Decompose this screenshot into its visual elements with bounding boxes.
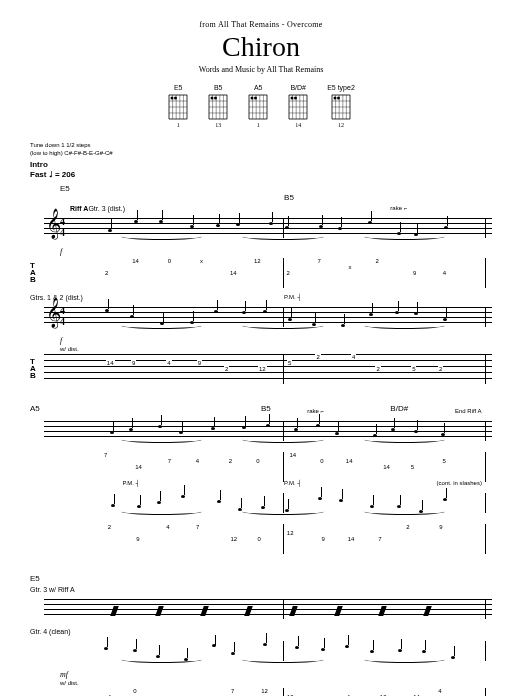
chord-diagram: B/D#14	[287, 84, 309, 128]
tempo-block: Intro Fast ♩ = 206	[30, 160, 492, 181]
svg-point-68	[333, 97, 336, 100]
credits-line: Words and Music by All That Remains	[30, 65, 492, 74]
svg-point-13	[174, 97, 177, 100]
technique-annotation: P.M. ┤	[122, 480, 139, 486]
svg-point-27	[214, 97, 217, 100]
part-label: Gtr. 4 (clean)	[30, 628, 492, 635]
part-label: Gtr. 3 (dist.)Riff A	[30, 205, 492, 212]
music-system: B5Gtr. 3 (dist.)Riff A𝄞44rake ⌐fTAB2140x…	[30, 193, 492, 386]
svg-point-55	[294, 97, 297, 100]
chord-labels-row: B5	[30, 193, 492, 203]
chord-fret: 1	[257, 122, 260, 128]
chord-grid	[207, 93, 229, 121]
technique-annotation: End Riff A	[455, 408, 482, 414]
notation-staff: P.M. ┤P.M. ┤(cont. in slashes)	[30, 488, 492, 518]
source-line: from All That Remains - Overcome	[30, 20, 492, 29]
music-system: A5B5B/D#rake ⌐End Riff A7147420140141455…	[30, 404, 492, 556]
chord-diagram: B513	[207, 84, 229, 128]
tempo-marking: Fast ♩ = 206	[30, 170, 75, 179]
part-label: Gtr. 3 w/ Riff A	[30, 586, 492, 593]
chord-diagram-row: E51B513A51B/D#14E5 type212	[30, 84, 492, 128]
dynamic-marking: f	[60, 247, 492, 256]
svg-point-40	[251, 97, 254, 100]
tablature-staff: 294712012914729	[30, 522, 492, 556]
chord-label: E5	[60, 184, 492, 193]
chord-diagram: E51	[167, 84, 189, 128]
chord-label: E5	[30, 574, 40, 583]
chord-grid	[287, 93, 309, 121]
notation-staff: rake ⌐End Riff A	[30, 416, 492, 446]
tuning-note: Tune down 1 1/2 steps (low to high) C#-F…	[30, 142, 492, 158]
tuning-line: (low to high) C#-F#-B-E-G#-C#	[30, 150, 492, 158]
part-label: Gtrs. 1 & 2 (dist.)	[30, 294, 492, 301]
chord-labels-row: A5B5B/D#	[30, 404, 492, 414]
chord-grid	[330, 93, 352, 121]
chord-fret: 13	[215, 122, 221, 128]
chord-diagram: E5 type212	[327, 84, 355, 128]
treble-clef-icon: 𝄞	[46, 300, 61, 326]
technique-annotation: P.M. ┤	[284, 480, 301, 486]
music-system: E5Gtr. 3 w/ Riff AGtr. 4 (clean)mfw/ dis…	[30, 574, 492, 696]
chord-label: B/D#	[390, 404, 408, 413]
svg-point-54	[291, 97, 294, 100]
chord-grid	[167, 93, 189, 121]
tablature-staff: 404271212x412144	[30, 686, 492, 696]
svg-point-12	[171, 97, 174, 100]
svg-point-69	[337, 97, 340, 100]
chord-fret: 1	[177, 122, 180, 128]
chord-name: B5	[214, 84, 223, 91]
section-label: Intro	[30, 160, 492, 170]
tuning-line: Tune down 1 1/2 steps	[30, 142, 492, 150]
notation-staff	[30, 594, 492, 624]
technique-annotation: P.M. ┤	[284, 294, 301, 300]
notation-staff: 𝄞44P.M. ┤	[30, 302, 492, 332]
chord-label: B5	[284, 193, 294, 202]
tablature-staff: TAB2140x141227x294	[30, 256, 492, 290]
technique-annotation: (cont. in slashes)	[437, 480, 482, 486]
chord-fret: 12	[338, 122, 344, 128]
time-signature: 44	[60, 305, 65, 327]
svg-point-26	[211, 97, 214, 100]
tablature-staff: 7147420140141455	[30, 450, 492, 484]
svg-point-41	[254, 97, 257, 100]
technique-annotation: rake ⌐	[390, 205, 407, 211]
sheet-header: from All That Remains - Overcome Chiron …	[30, 20, 492, 74]
chord-label: B5	[261, 404, 271, 413]
time-signature: 44	[60, 216, 65, 238]
dynamic-marking: f	[60, 336, 492, 345]
chord-name: E5 type2	[327, 84, 355, 91]
chord-diagram: A51	[247, 84, 269, 128]
dynamic-marking: mf	[60, 670, 492, 679]
chord-name: E5	[174, 84, 183, 91]
chord-grid	[247, 93, 269, 121]
chord-label: A5	[30, 404, 40, 413]
technique-annotation: rake ⌐	[307, 408, 324, 414]
notation-staff	[30, 636, 492, 666]
chord-name: B/D#	[290, 84, 306, 91]
tab-label: TAB	[30, 358, 36, 379]
treble-clef-icon: 𝄞	[46, 211, 61, 237]
chord-name: A5	[254, 84, 263, 91]
tab-label: TAB	[30, 262, 36, 283]
notation-staff: 𝄞44rake ⌐	[30, 213, 492, 243]
song-title: Chiron	[30, 31, 492, 63]
chord-fret: 14	[295, 122, 301, 128]
chord-labels-row: E5	[30, 574, 492, 584]
tablature-staff: TAB14949212524252	[30, 352, 492, 386]
